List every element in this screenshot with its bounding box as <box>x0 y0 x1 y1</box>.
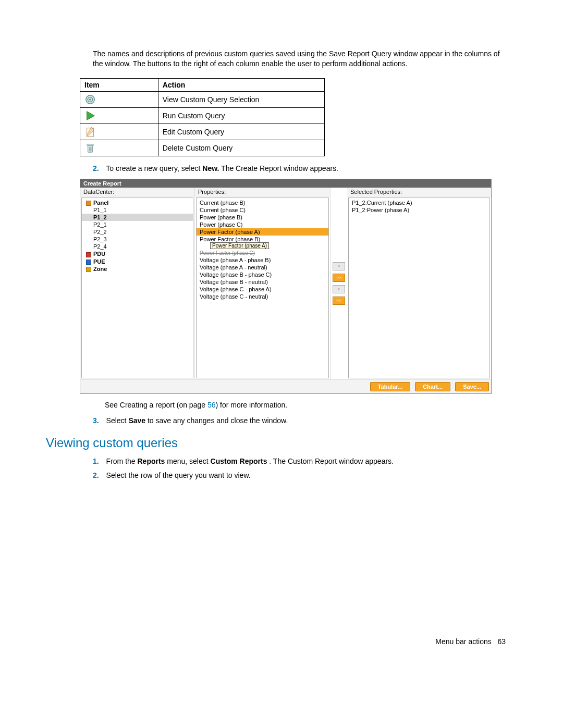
move-right-all-button[interactable]: >> <box>333 274 345 282</box>
svg-rect-6 <box>87 144 94 145</box>
col-datacenter-label: DataCenter: <box>80 188 194 196</box>
edit-icon-cell <box>80 124 158 140</box>
move-right-button[interactable]: > <box>333 285 345 293</box>
vq2-text: Select the row of the query you want to … <box>106 471 251 479</box>
col-properties-label: Properties: <box>195 188 330 196</box>
tree-p1-2[interactable]: P1_2 <box>82 214 193 221</box>
tree-pdu[interactable]: PDU <box>82 250 193 257</box>
prop-item[interactable]: Voltage (phase A - neutral) <box>197 264 328 271</box>
prop-item[interactable]: Power (phase B) <box>197 214 328 221</box>
prop-item[interactable]: Voltage (phase B - phase C) <box>197 271 328 278</box>
prop-item[interactable]: Current (phase C) <box>197 206 328 214</box>
prop-item[interactable]: Voltage (phase A - phase B) <box>197 256 328 264</box>
actions-table: Item Action View Custom Query Selection … <box>80 78 325 156</box>
vq-step-2: 2. Select the row of the query you want … <box>93 471 511 481</box>
tooltip: Power Factor (phase A) <box>210 242 269 249</box>
vq1-c: . The Custom Report window appears. <box>269 457 394 465</box>
vq-step-1-num: 1. <box>93 457 99 465</box>
properties-list[interactable]: Current (phase B) Current (phase C) Powe… <box>196 198 329 378</box>
prop-item[interactable]: Power (phase C) <box>197 221 328 228</box>
step-3-a: Select <box>106 416 129 425</box>
datacenter-tree[interactable]: Panel P1_1 P1_2 P2_1 P2_2 P2_3 P2_4 PDU … <box>81 198 193 378</box>
delete-icon <box>84 142 96 154</box>
tree-panel[interactable]: Panel <box>82 199 193 206</box>
move-left-all-button[interactable]: << <box>333 297 345 305</box>
vq1-a: From the <box>106 457 138 465</box>
delete-icon-cell <box>80 140 158 156</box>
selected-props-list[interactable]: P1_2:Current (phase A) P1_2:Power (phase… <box>348 198 490 378</box>
action-view: View Custom Query Selection <box>158 91 324 107</box>
vq1-bold1: Reports <box>137 457 165 465</box>
action-edit: Edit Custom Query <box>158 124 324 140</box>
step-3-bold: Save <box>128 416 145 425</box>
tree-label: PDU <box>93 251 105 257</box>
vq-step-1: 1. From the Reports menu, select Custom … <box>93 456 511 467</box>
view-icon-cell <box>80 91 158 107</box>
see-page-link[interactable]: 56 <box>207 401 216 409</box>
th-item: Item <box>80 78 158 91</box>
svg-point-2 <box>89 98 91 101</box>
action-delete: Delete Custom Query <box>158 140 324 156</box>
selected-prop-item[interactable]: P1_2:Power (phase A) <box>349 206 489 214</box>
folder-icon <box>86 260 91 265</box>
intro-paragraph: The names and descriptions of previous c… <box>93 49 511 69</box>
create-report-titlebar: Create Report <box>80 179 491 188</box>
prop-item[interactable]: Power Factor (phase C) <box>197 250 328 256</box>
step-3: 3. Select Save to save any changes and c… <box>93 416 511 426</box>
step-2-num: 2. <box>93 164 99 172</box>
prop-item[interactable]: Current (phase B) <box>197 199 328 206</box>
tree-p2-3[interactable]: P2_3 <box>82 236 193 243</box>
footer-label: Menu bar actions <box>435 637 491 646</box>
prop-item[interactable]: Voltage (phase C - neutral) <box>197 293 328 300</box>
tree-label: Panel <box>93 200 108 206</box>
tree-pue[interactable]: PUE <box>82 258 193 265</box>
heading-viewing-custom-queries: Viewing custom queries <box>46 436 511 450</box>
tree-label: Zone <box>93 266 107 272</box>
prop-text: Power Factor (phase B) <box>200 236 260 242</box>
folder-icon <box>86 252 91 257</box>
step-2: 2. To create a new query, select New. Th… <box>93 164 511 174</box>
tree-zone[interactable]: Zone <box>82 265 193 273</box>
folder-icon <box>86 267 91 272</box>
save-button[interactable]: Save... <box>455 382 489 391</box>
tree-p2-2[interactable]: P2_2 <box>82 228 193 236</box>
page-footer: Menu bar actions 63 <box>46 637 511 646</box>
see-a: See Creating a report (on page <box>105 401 207 409</box>
step-3-num: 3. <box>93 416 99 425</box>
create-report-footer: Tabular... Chart... Save... <box>80 379 491 393</box>
tree-p2-4[interactable]: P2_4 <box>82 243 193 250</box>
prop-item[interactable]: Voltage (phase B - neutral) <box>197 278 328 286</box>
chart-button[interactable]: Chart... <box>415 382 450 391</box>
selected-prop-item[interactable]: P1_2:Current (phase A) <box>349 199 489 206</box>
see-b: ) for more information. <box>215 401 287 409</box>
run-icon <box>84 110 96 121</box>
action-run: Run Custom Query <box>158 107 324 124</box>
prop-item[interactable]: Power Factor (phase B) Power Factor (pha… <box>197 236 328 250</box>
tabular-button[interactable]: Tabular... <box>370 382 410 391</box>
footer-page: 63 <box>497 637 506 646</box>
svg-marker-3 <box>87 112 95 120</box>
create-report-window: Create Report DataCenter: Panel P1_1 P1_… <box>80 179 492 394</box>
step-3-b: to save any changes and close the window… <box>148 416 288 425</box>
edit-icon <box>84 126 96 138</box>
tree-p2-1[interactable]: P2_1 <box>82 221 193 228</box>
run-icon-cell <box>80 107 158 124</box>
move-left-button[interactable]: < <box>333 262 345 270</box>
folder-icon <box>86 201 91 206</box>
th-action: Action <box>158 78 324 91</box>
prop-item-selected[interactable]: Power Factor (phase A) <box>197 228 328 236</box>
view-icon <box>84 94 96 105</box>
tree-label: PUE <box>93 258 105 265</box>
prop-item[interactable]: Voltage (phase C - phase A) <box>197 286 328 293</box>
step-2-b: The Create Report window appears. <box>221 164 338 172</box>
tree-p1-1[interactable]: P1_1 <box>82 206 193 214</box>
step-2-bold: New. <box>202 164 219 172</box>
col-selected-label: Selected Properties: <box>347 188 491 196</box>
step-2-a: To create a new query, select <box>106 164 202 172</box>
vq1-b: menu, select <box>167 457 210 465</box>
vq1-bold2: Custom Reports <box>211 457 267 465</box>
see-line: See Creating a report (on page 56) for m… <box>105 400 511 411</box>
vq-step-2-num: 2. <box>93 471 99 479</box>
transfer-buttons: < >> > << <box>331 188 347 379</box>
